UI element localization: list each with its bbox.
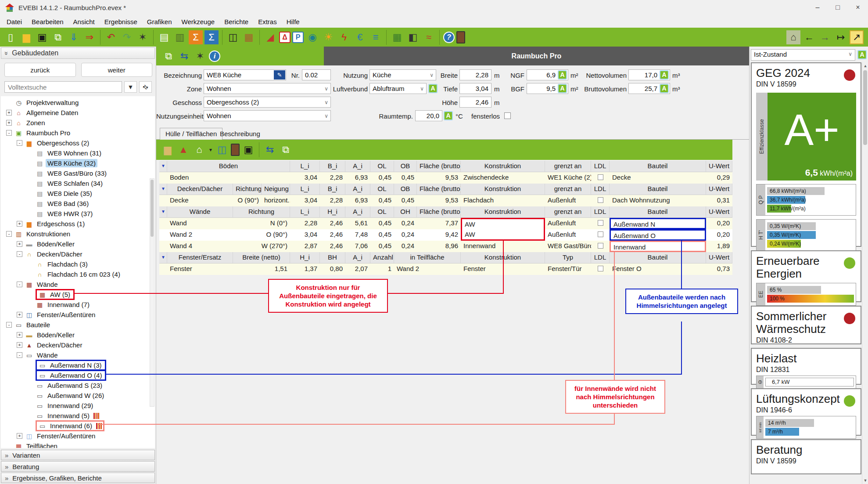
table-cell[interactable]	[591, 195, 610, 206]
tree-item[interactable]: -▦Innenwand (7)	[1, 300, 155, 310]
raumtemp-input[interactable]: 20,0	[415, 110, 442, 121]
tree-item[interactable]: -▤WE8 Diele (35)	[1, 188, 155, 199]
tree-item[interactable]: -▦AW (5)	[1, 289, 155, 300]
table-cell[interactable]: Außenluft	[545, 218, 591, 229]
open-folder-icon[interactable]: ▆	[19, 30, 33, 44]
table-cell[interactable]: Wand	[167, 218, 233, 229]
table-row[interactable]: WandN (0°)2,282,465,610,450,247,37AWAuße…	[159, 218, 732, 229]
table-cell[interactable]: Fenster	[461, 264, 545, 275]
auto-badge[interactable]: A	[558, 84, 567, 93]
ldl-checkbox[interactable]	[598, 220, 603, 226]
tree-item[interactable]: -∩Flachdach (3)	[1, 259, 155, 269]
table-cell[interactable]: Fenster	[167, 264, 233, 275]
add-roof-icon[interactable]: ▲	[176, 143, 190, 157]
table-cell[interactable]: N (0°)	[233, 218, 290, 229]
table-cell[interactable]: WE8 Gast/Büro..	[545, 241, 591, 252]
ngf-input[interactable]: 6,9A	[527, 69, 568, 80]
tree-expander[interactable]: +	[17, 221, 22, 227]
table-cell[interactable]: 7,48	[345, 229, 370, 241]
report-icon[interactable]: ▤	[157, 30, 171, 44]
magic-wand-icon[interactable]: ✶	[136, 30, 150, 44]
table-cell[interactable]	[159, 172, 167, 184]
table-cell[interactable]	[159, 218, 167, 229]
breite-input[interactable]: 2,28	[459, 69, 491, 80]
ldl-checkbox[interactable]	[598, 197, 603, 203]
table-cell[interactable]: O (90°)	[233, 229, 290, 241]
tree-expander[interactable]: +	[6, 110, 12, 116]
tree-expander[interactable]: +	[17, 332, 22, 338]
table-cell[interactable]: 2,28	[320, 172, 345, 184]
tree-item[interactable]: -▆Obergeschoss (2)	[1, 138, 155, 148]
table-cell[interactable]: 2,46	[320, 241, 345, 252]
table-cell[interactable]: 0,45	[370, 195, 394, 206]
wall-dropdown-icon[interactable]: ▾	[208, 143, 213, 157]
hoehe-input[interactable]: 2,46	[459, 97, 491, 108]
table-cell[interactable]: 2,07	[345, 264, 370, 275]
tree-item[interactable]: +⌂Zonen	[1, 118, 155, 128]
luftverbund-select[interactable]: Abluftraum	[369, 83, 427, 94]
euro-house-icon[interactable]: €	[353, 30, 367, 44]
tree-expander[interactable]: -	[6, 130, 12, 136]
table-cell[interactable]: Fenster O	[610, 264, 706, 275]
sum-orange-icon[interactable]: Σ	[189, 30, 203, 44]
tree-item[interactable]: -◷Projektverwaltung	[1, 98, 155, 108]
close-button[interactable]: ×	[848, 0, 868, 15]
table-row[interactable]: Boden3,042,286,930,450,459,53Zwischendec…	[159, 172, 732, 184]
menu-bearbeiten[interactable]: Bearbeiten	[27, 17, 68, 27]
redo-icon[interactable]: ↷	[120, 30, 134, 44]
table-cell[interactable]: 0,29	[706, 172, 732, 184]
table-cell[interactable]: Boden	[167, 172, 290, 184]
back-button[interactable]: zurück	[4, 63, 76, 77]
tree-item[interactable]: +▆Erdgeschoss (1)	[1, 219, 155, 229]
table-cell[interactable]: Decke	[167, 195, 233, 206]
table-cell[interactable]: 1	[370, 264, 394, 275]
tree-item[interactable]: +▬Böden/Keller	[1, 239, 155, 249]
table-cell[interactable]: 5,61	[345, 218, 370, 229]
table-cell[interactable]: 0,45	[370, 218, 394, 229]
table-cell[interactable]: 2,46	[320, 229, 345, 241]
tree-item[interactable]: +▬Böden/Keller	[1, 330, 155, 340]
table-cell[interactable]: Dach Wohnnutzung	[610, 195, 706, 206]
tree-item[interactable]: -∩Decken/Dächer	[1, 249, 155, 259]
menu-hilfe[interactable]: Hilfe	[282, 17, 305, 27]
help-icon[interactable]: ?	[443, 32, 455, 43]
table-cell[interactable]: Innenwand	[610, 241, 706, 252]
tree-item[interactable]: -▭Außenwand W (26)	[1, 390, 155, 401]
table-cell[interactable]: Außenwand N	[610, 218, 706, 229]
lightning-icon[interactable]: ϟ	[337, 30, 351, 44]
table-row[interactable]: DeckeO (90°)horizont..3,042,286,930,450,…	[159, 195, 732, 206]
table-cell[interactable]: WE1 Küche (2)	[545, 172, 591, 184]
tree-item[interactable]: -∩Flachdach 16 cm 023 (4)	[1, 269, 155, 279]
tree-item[interactable]: -▣Raumbuch Pro	[1, 128, 155, 138]
panel-varianten[interactable]: »Varianten	[1, 450, 155, 460]
table-cell[interactable]: 3,04	[290, 195, 320, 206]
tree-expander[interactable]: -	[6, 322, 12, 328]
tree-expander[interactable]: +	[17, 433, 22, 439]
auto-badge[interactable]: A	[558, 70, 567, 79]
table-cell[interactable]: Innenwand	[461, 241, 545, 252]
undo-icon[interactable]: ↶	[104, 30, 118, 44]
panel-ergebnisse[interactable]: »Ergebnisse, Grafiken, Berichte	[1, 473, 155, 483]
table-cell[interactable]: 0,45	[370, 229, 394, 241]
table-cell[interactable]: 8,96	[417, 241, 461, 252]
sun-icon[interactable]: ☀	[321, 30, 335, 44]
tree-expander[interactable]: +	[6, 120, 12, 126]
fulltext-search-input[interactable]	[4, 81, 122, 93]
table-cell[interactable]: horizont..	[262, 195, 290, 206]
sum-blue-icon[interactable]: Σ	[204, 30, 219, 44]
table-cell[interactable]: Wand 2	[167, 229, 233, 241]
table-cell[interactable]: 1,37	[290, 264, 320, 275]
bezeichnung-input[interactable]: WE8 Küche✎	[204, 69, 286, 80]
chart-tool-icon[interactable]: ↗	[850, 30, 864, 44]
add-wall-icon[interactable]: ⌂	[192, 143, 206, 157]
table-cell[interactable]	[159, 241, 167, 252]
table-cell[interactable]: 0,45	[370, 172, 394, 184]
energy-label-icon[interactable]: ◧	[406, 30, 420, 44]
table-cell[interactable]	[159, 229, 167, 241]
menu-datei[interactable]: Datei	[2, 17, 27, 27]
tab-huelle-teilflaechen[interactable]: Hülle / Teilflächen	[160, 128, 222, 140]
tree-expander[interactable]: -	[17, 140, 22, 146]
table-cell[interactable]: 9,42	[417, 229, 461, 241]
tree-expander[interactable]: -	[17, 251, 22, 257]
table-cell[interactable]: 0,24	[394, 218, 417, 229]
